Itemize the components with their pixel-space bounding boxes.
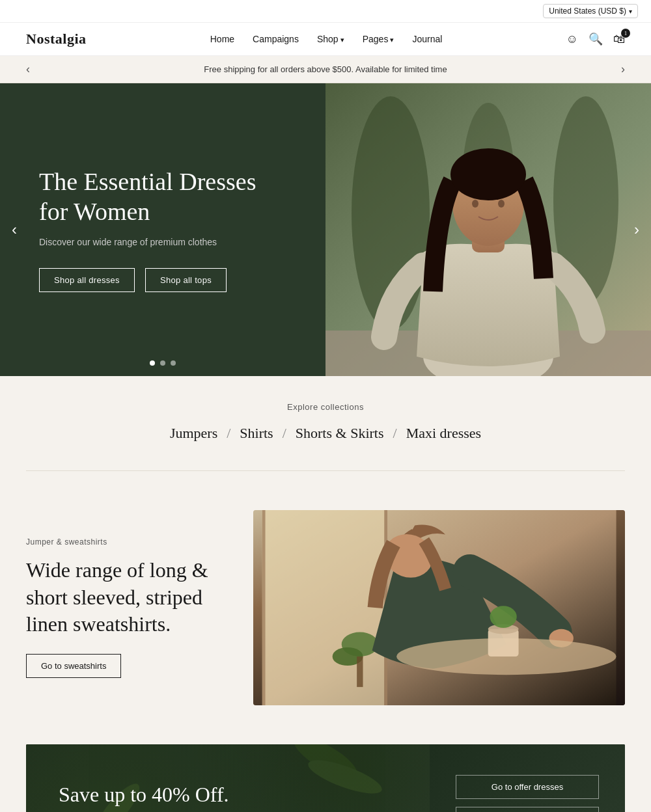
cart-badge: 1 (621, 29, 630, 38)
announcement-text: Free shipping for all orders above $500.… (204, 64, 447, 74)
offer-right: Go to offer dresses Go to offer tops (430, 744, 625, 812)
account-icon[interactable]: ☺ (566, 33, 578, 46)
sep-1: / (223, 425, 234, 442)
sep-3: / (389, 425, 401, 442)
offer-dresses-button[interactable]: Go to offer dresses (456, 775, 599, 799)
hero-title: The Essential Dresses for Women (39, 167, 286, 226)
sep-2: / (279, 425, 290, 442)
hero-section: ‹ The Essential Dresses for Women Discov… (0, 83, 651, 376)
collection-shirts[interactable]: Shirts (234, 422, 278, 444)
dot-2[interactable] (160, 360, 165, 366)
announcement-bar: ‹ Free shipping for all orders above $50… (0, 56, 651, 83)
collection-jumpers[interactable]: Jumpers (165, 422, 223, 444)
svg-rect-18 (357, 656, 363, 687)
svg-rect-13 (262, 510, 384, 705)
divider-1 (26, 470, 625, 471)
collections-section: Explore collections Jumpers / Shirts / S… (0, 376, 651, 457)
sweatshirts-text: Jumper & sweatshirts Wide range of long … (26, 510, 227, 705)
cart-icon[interactable]: 🛍 1 (613, 33, 625, 46)
collection-shorts-skirts[interactable]: Shorts & Skirts (290, 422, 389, 444)
sweatshirts-section: Jumper & sweatshirts Wide range of long … (0, 484, 651, 731)
svg-point-9 (450, 148, 526, 200)
header: Nostalgia Home Campaigns Shop Pages Jour… (0, 23, 651, 56)
nav-campaigns[interactable]: Campaigns (253, 34, 299, 44)
offer-title: Save up to 40% Off. (59, 783, 397, 807)
offer-section: Save up to 40% Off. Upto 20% offer on sh… (26, 744, 625, 812)
sweatshirts-category: Jumper & sweatshirts (26, 537, 214, 547)
hero-image (326, 83, 651, 376)
logo[interactable]: Nostalgia (26, 31, 87, 47)
hero-next-arrow[interactable]: › (629, 215, 644, 244)
currency-selector[interactable]: United States (USD $) ▾ (543, 4, 638, 18)
hero-buttons: Shop all dresses Shop all tops (39, 268, 227, 292)
currency-label: United States (USD $) (549, 7, 626, 16)
nav-icons: ☺ 🔍 🛍 1 (566, 32, 625, 46)
top-bar: United States (USD $) ▾ (0, 0, 651, 23)
nav-pages[interactable]: Pages (363, 34, 395, 44)
announcement-prev[interactable]: ‹ (26, 62, 30, 76)
search-icon[interactable]: 🔍 (589, 32, 603, 46)
svg-point-10 (472, 200, 478, 208)
hero-subtitle: Discover our wide range of premium cloth… (39, 237, 217, 247)
hero-right (326, 83, 651, 376)
currency-chevron: ▾ (629, 8, 632, 15)
offer-tops-button[interactable]: Go to offer tops (456, 807, 599, 812)
hero-left: The Essential Dresses for Women Discover… (0, 83, 326, 376)
shop-dresses-button[interactable]: Shop all dresses (39, 268, 135, 292)
dot-1[interactable] (150, 360, 155, 366)
svg-point-24 (490, 606, 516, 628)
collections-links: Jumpers / Shirts / Shorts & Skirts / Max… (26, 422, 625, 444)
svg-point-11 (498, 200, 505, 208)
nav-home[interactable]: Home (210, 34, 234, 44)
shop-tops-button[interactable]: Shop all tops (145, 268, 227, 292)
nav-shop[interactable]: Shop (317, 34, 344, 44)
announcement-next[interactable]: › (621, 62, 625, 76)
nav-journal[interactable]: Journal (412, 34, 442, 44)
svg-rect-14 (262, 510, 265, 705)
hero-prev-arrow[interactable]: ‹ (7, 215, 22, 244)
sweatshirts-image (253, 510, 625, 705)
carousel-dots (150, 360, 176, 366)
collections-label: Explore collections (26, 402, 625, 412)
go-to-sweatshirts-button[interactable]: Go to sweatshirts (26, 654, 121, 678)
main-nav: Home Campaigns Shop Pages Journal (210, 34, 443, 44)
offer-left: Save up to 40% Off. Upto 20% offer on sh… (26, 744, 430, 812)
sweatshirts-title: Wide range of long & short sleeved, stri… (26, 557, 214, 638)
dot-3[interactable] (171, 360, 176, 366)
collection-maxi-dresses[interactable]: Maxi dresses (401, 422, 486, 444)
